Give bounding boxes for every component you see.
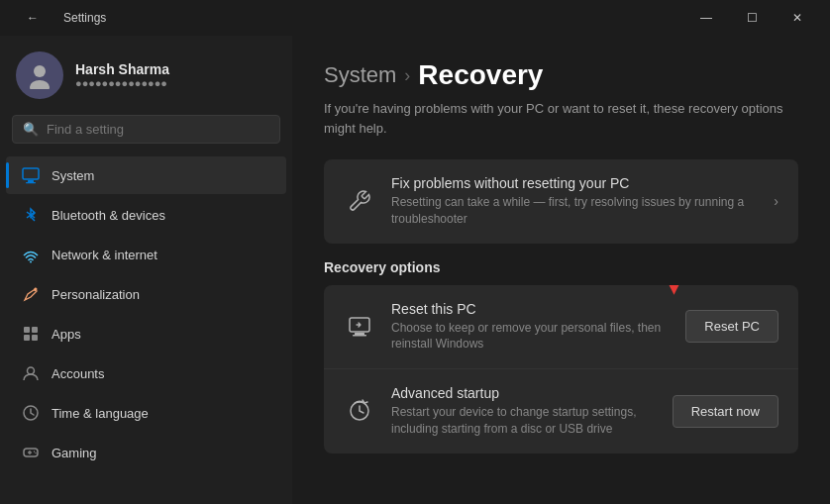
search-icon: 🔍 [23,122,39,137]
time-icon [22,404,40,422]
gaming-icon [22,444,40,461]
sidebar-item-system-label: System [52,168,94,183]
fix-problems-desc: Resetting can take a while — first, try … [391,194,758,228]
svg-rect-8 [32,327,38,333]
search-box[interactable]: 🔍 [12,115,280,144]
breadcrumb-parent: System [324,62,396,88]
titlebar-title: Settings [63,11,106,25]
advanced-startup-text: Advanced startup Restart your device to … [391,385,657,438]
titlebar-left: ← Settings [10,2,106,34]
fix-problems-action: › [774,193,778,209]
reset-pc-desc: Choose to keep or remove your personal f… [391,320,670,353]
sidebar-item-bluetooth[interactable]: Bluetooth & devices [6,196,286,234]
sidebar-item-system[interactable]: System [6,156,286,194]
sidebar-item-accounts[interactable]: Accounts [6,354,286,392]
svg-rect-2 [23,168,39,179]
reset-pc-icon [344,311,375,343]
svg-point-5 [30,261,32,263]
svg-point-1 [30,80,50,89]
recovery-options-card: Reset this PC Choose to keep or remove y… [324,285,798,454]
advanced-startup-icon [344,395,375,427]
reset-pc-text: Reset this PC Choose to keep or remove y… [391,301,670,353]
sidebar-item-network-label: Network & internet [52,248,157,262]
user-email: ●●●●●●●●●●●●●● [75,77,169,89]
reset-pc-button[interactable]: Reset PC [685,310,778,343]
main-content: System › Recovery If you're having probl… [292,36,830,504]
svg-point-16 [34,451,35,452]
sidebar: Harsh Sharma ●●●●●●●●●●●●●● 🔍 System [0,36,292,504]
advanced-startup-desc: Restart your device to change startup se… [391,404,657,438]
network-icon [22,246,40,263]
svg-point-0 [34,65,46,77]
app-body: Harsh Sharma ●●●●●●●●●●●●●● 🔍 System [0,36,830,504]
sidebar-item-apps[interactable]: Apps [6,315,286,353]
svg-rect-7 [24,327,30,333]
chevron-right-icon: › [774,193,778,209]
fix-problems-title: Fix problems without resetting your PC [391,175,758,191]
fix-problems-item[interactable]: Fix problems without resetting your PC R… [324,159,798,244]
bluetooth-icon [22,206,40,224]
sidebar-item-apps-label: Apps [52,327,81,342]
sidebar-item-gaming-label: Gaming [52,446,97,460]
user-info: Harsh Sharma ●●●●●●●●●●●●●● [75,61,169,89]
system-icon [22,166,40,184]
restart-now-button[interactable]: Restart now [673,395,778,428]
search-input[interactable] [47,122,269,137]
svg-point-11 [28,367,35,374]
personalization-icon [22,285,40,303]
sidebar-item-personalization[interactable]: Personalization [6,275,286,313]
svg-rect-10 [32,335,38,341]
breadcrumb-separator: › [404,65,410,86]
avatar [16,51,63,99]
breadcrumb-current: Recovery [418,59,543,91]
svg-rect-20 [353,335,366,337]
fix-problems-text: Fix problems without resetting your PC R… [391,175,758,228]
svg-point-6 [35,288,38,291]
svg-rect-3 [28,180,34,182]
fix-problems-icon [344,185,375,217]
user-name: Harsh Sharma [75,61,169,77]
sidebar-item-personalization-label: Personalization [52,287,140,302]
accounts-icon [22,364,40,382]
advanced-startup-action: Restart now [673,395,778,428]
minimize-button[interactable]: — [683,2,729,34]
recovery-section-title: Recovery options [324,259,798,275]
sidebar-item-accounts-label: Accounts [52,366,104,381]
page-subtitle: If you're having problems with your PC o… [324,99,798,138]
reset-pc-title: Reset this PC [391,301,670,317]
svg-rect-9 [24,335,30,341]
reset-pc-action: Reset PC [685,310,778,343]
apps-icon [22,325,40,343]
sidebar-item-time-label: Time & language [52,406,149,421]
user-section: Harsh Sharma ●●●●●●●●●●●●●● [0,36,292,111]
svg-rect-4 [26,182,36,183]
titlebar-controls: — ☐ ✕ [683,2,820,34]
sidebar-item-bluetooth-label: Bluetooth & devices [52,208,165,223]
advanced-startup-item: Advanced startup Restart your device to … [324,369,798,454]
reset-pc-item: Reset this PC Choose to keep or remove y… [324,285,798,370]
advanced-startup-title: Advanced startup [391,385,657,401]
breadcrumb: System › Recovery [324,59,798,91]
svg-point-17 [35,453,36,454]
fix-problems-card: Fix problems without resetting your PC R… [324,159,798,244]
maximize-button[interactable]: ☐ [729,2,775,34]
sidebar-item-gaming[interactable]: Gaming [6,434,286,471]
svg-rect-19 [355,333,364,335]
titlebar: ← Settings — ☐ ✕ [0,0,830,36]
close-button[interactable]: ✕ [775,2,820,34]
sidebar-item-time[interactable]: Time & language [6,394,286,432]
back-button[interactable]: ← [10,2,55,34]
sidebar-item-network[interactable]: Network & internet [6,236,286,273]
